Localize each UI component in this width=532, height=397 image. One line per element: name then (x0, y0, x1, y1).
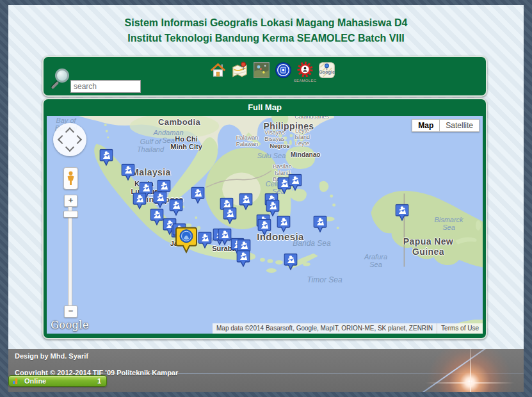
toolbar: SEAMOLEC Google (42, 56, 487, 97)
student-location-marker[interactable] (277, 216, 291, 236)
page-background: Sistem Informasi Geografis Lokasi Magang… (8, 5, 524, 392)
student-location-marker[interactable] (289, 174, 302, 194)
search-input[interactable] (70, 80, 141, 93)
institution-seal-icon[interactable] (275, 61, 292, 79)
zoom-out-button[interactable]: − (64, 305, 77, 318)
itb-highlight-marker[interactable] (175, 227, 197, 256)
student-location-marker[interactable] (258, 219, 271, 239)
terms-of-use-link[interactable]: Terms of Use (437, 323, 483, 334)
desktop-background: Sistem Informasi Geografis Lokasi Magang… (0, 0, 532, 397)
student-location-marker[interactable] (170, 199, 183, 219)
pan-down-icon[interactable] (65, 143, 74, 152)
search-icon-handle (51, 81, 60, 90)
zoom-slider-track[interactable] (68, 206, 72, 307)
google-watermark[interactable]: Google (51, 319, 89, 331)
map-type-map-button[interactable]: Map (412, 119, 440, 132)
student-location-marker[interactable] (239, 193, 253, 213)
online-label: Online (24, 377, 46, 385)
pan-left-icon[interactable] (58, 135, 67, 144)
map-type-control: Map Satellite (412, 119, 480, 132)
student-location-marker[interactable] (198, 232, 212, 252)
map-pan-control[interactable] (53, 123, 86, 156)
seamolec-caption: SEAMOLEC (293, 79, 318, 83)
student-location-marker[interactable] (218, 229, 232, 248)
student-location-marker[interactable] (100, 149, 113, 169)
student-location-marker[interactable] (150, 209, 164, 229)
toolbar-icons: SEAMOLEC Google (44, 61, 486, 79)
pegman-icon (67, 171, 75, 186)
student-location-marker[interactable] (122, 164, 135, 184)
map-photo-icon[interactable] (253, 61, 270, 79)
page-title-line2: Institut Teknologi Bandung Kerma SEAMOLE… (8, 31, 524, 46)
street-view-pegman[interactable] (63, 167, 78, 190)
footer: Design by Mhd. Syarif Copyright © 2012-2… (8, 349, 524, 392)
attribution-text: Map data ©2014 Basarsoft, Google, MapIT,… (213, 323, 437, 334)
pan-right-icon[interactable] (73, 135, 82, 144)
student-location-marker[interactable] (284, 254, 298, 273)
home-icon[interactable] (209, 61, 227, 79)
student-location-marker[interactable] (396, 204, 409, 224)
page-title-line1: Sistem Informasi Geografis Lokasi Magang… (8, 15, 524, 31)
zoom-slider-handle[interactable] (63, 211, 78, 218)
online-count: 1 (97, 376, 101, 386)
student-location-marker[interactable] (314, 216, 327, 236)
page-title: Sistem Informasi Geografis Lokasi Magang… (8, 5, 524, 46)
student-location-marker[interactable] (133, 193, 147, 213)
google-maps-icon[interactable]: Google (318, 61, 335, 79)
zoom-in-button[interactable]: + (64, 195, 77, 207)
map-type-satellite-button[interactable]: Satellite (440, 119, 480, 132)
design-credit: Design by Mhd. Syarif (15, 352, 88, 360)
student-location-marker[interactable] (237, 250, 250, 270)
lens-flare-decoration (425, 349, 515, 392)
pan-up-icon[interactable] (65, 127, 74, 136)
student-location-marker[interactable] (223, 207, 237, 227)
student-location-marker[interactable] (191, 187, 205, 207)
map-panel: Full Map (42, 98, 487, 339)
online-counter-badge[interactable]: Online 1 (8, 375, 107, 387)
seamolec-logo-icon[interactable]: SEAMOLEC (296, 61, 314, 79)
markers-layer (47, 116, 483, 334)
map-title: Full Map (44, 99, 486, 115)
map-canvas[interactable]: Bay of BengalAndaman SeaGulf of Thailand… (47, 116, 483, 334)
map-directions-icon[interactable] (231, 61, 248, 79)
map-attribution: Map data ©2014 Basarsoft, Google, MapIT,… (213, 323, 483, 334)
stats-bars-icon (13, 378, 22, 384)
